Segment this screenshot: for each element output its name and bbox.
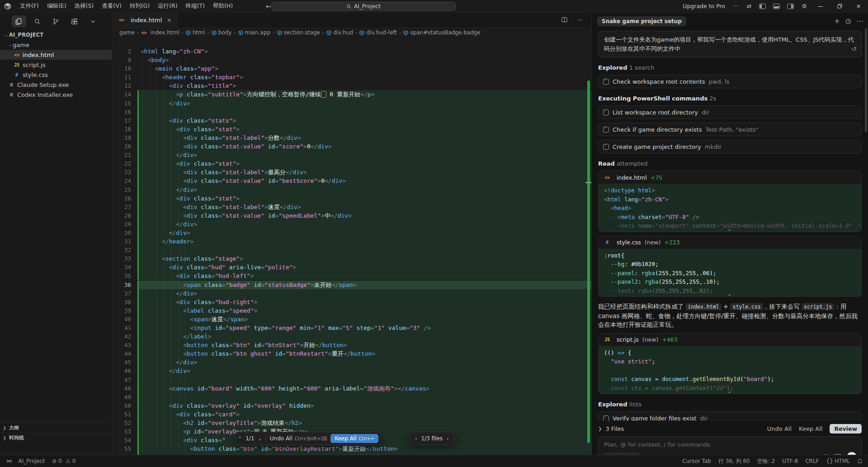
expand-chevron-icon[interactable]: ⌄: [728, 389, 731, 394]
code-line-42[interactable]: 42 </label>: [112, 332, 591, 341]
chat-more-icon[interactable]: ···: [857, 17, 863, 26]
undo-all-button[interactable]: Undo AllCtrl+Shift+⌫: [270, 435, 327, 442]
tool-card[interactable]: Create game project directorymkdir: [598, 140, 862, 153]
window-restore-button[interactable]: [830, 0, 849, 12]
tree-item-Codex-Installer.exe[interactable]: ≡Codex Installer.exe: [0, 90, 112, 100]
keep-all-button[interactable]: Keep AllCtrl+↵: [330, 434, 378, 443]
toggle-panel-icon[interactable]: [773, 4, 780, 9]
code-line-22[interactable]: 22 <div class="stat">: [112, 159, 591, 168]
code-line-46[interactable]: 46 </div>: [112, 367, 591, 375]
code-line-23[interactable]: 23 <div class="stat-label">最高分</div>: [112, 168, 591, 176]
keep-all-link[interactable]: Keep All: [799, 425, 822, 432]
code-line-44[interactable]: 44 <button class="btn ghost" id="btnRest…: [112, 349, 591, 358]
code-line-35[interactable]: 35 <div class="hud-left">: [112, 272, 591, 280]
code-line-55[interactable]: 55 <button class="btn" id="btnOverlayRes…: [112, 444, 591, 453]
menu-V[interactable]: 查看(V): [98, 1, 125, 11]
menu-E[interactable]: 编辑(E): [43, 1, 71, 11]
code-line-49[interactable]: 49: [112, 393, 591, 401]
more-actions-icon[interactable]: ···: [729, 2, 742, 10]
window-close-button[interactable]: ✕: [849, 0, 868, 12]
expand-chevron-icon[interactable]: ⌄: [728, 227, 731, 232]
undo-all-link[interactable]: Undo All: [767, 425, 792, 432]
tool-card[interactable]: Check if game directory existsTest-Path,…: [598, 123, 862, 136]
code-line-15[interactable]: 15 </div>: [112, 99, 591, 108]
code-editor[interactable]: 2<html lang="zh-CN">9 <body>10 <main cla…: [112, 37, 591, 455]
prev-change-icon[interactable]: ⌃: [238, 436, 242, 442]
breadcrumb-item-main-app[interactable]: main.app: [238, 29, 270, 36]
upgrade-to-pro-button[interactable]: Upgrade to Pro: [679, 2, 729, 10]
code-line-52[interactable]: 52 <h2 id="overlayTitle">游戏结束</h2>: [112, 419, 591, 427]
code-line-29[interactable]: 29 </div>: [112, 220, 591, 229]
new-chat-icon[interactable]: +: [834, 17, 840, 25]
search-view-icon[interactable]: [30, 15, 45, 27]
code-line-33[interactable]: 33 <section class="stage">: [112, 254, 591, 263]
status-Cursor-Tab[interactable]: Cursor Tab: [679, 458, 715, 464]
code-line-20[interactable]: 20 <div class="stat-value" id="score">0<…: [112, 142, 591, 151]
code-line-16[interactable]: 16: [112, 108, 591, 116]
status-----2[interactable]: 空格: 2: [754, 457, 779, 465]
split-editor-icon[interactable]: [557, 16, 571, 25]
next-file-icon[interactable]: ›: [447, 436, 448, 442]
status-UTF-8[interactable]: UTF-8: [778, 458, 802, 464]
code-line-40[interactable]: 40 <span>速度</span>: [112, 315, 591, 324]
sync-arrows-icon[interactable]: ⇄: [742, 2, 755, 10]
history-clock-icon[interactable]: [845, 19, 851, 24]
tree-item-script.js[interactable]: JSscript.js: [0, 60, 112, 70]
problems-indicator[interactable]: ⊘0 ⚠0: [48, 458, 79, 464]
scrollbar-marker[interactable]: [585, 182, 591, 183]
file-diff-header[interactable]: <>index.html+75: [599, 171, 861, 184]
next-change-icon[interactable]: ⌄: [258, 436, 262, 442]
outline-section[interactable]: ❯大纲: [0, 423, 112, 433]
toggle-sidebar-icon[interactable]: [759, 4, 766, 9]
code-line-45[interactable]: 45 </div>: [112, 358, 591, 367]
project-name[interactable]: AI_Project: [14, 458, 48, 464]
code-line-11[interactable]: 11 <header class="topbar">: [112, 73, 591, 81]
breadcrumb-item-div-hud[interactable]: div.hud: [326, 29, 353, 36]
nav-back-icon[interactable]: ←: [266, 3, 271, 10]
menu-F[interactable]: 文件(F): [16, 1, 43, 11]
menu-G[interactable]: 转到(G): [126, 1, 154, 11]
review-button[interactable]: Review: [830, 424, 862, 434]
code-line-10[interactable]: 10 <main class="app">: [112, 64, 591, 73]
file-diff-header[interactable]: JSscript.js(new)+463: [599, 334, 861, 346]
code-line-30[interactable]: 30 </div>: [112, 229, 591, 237]
code-line-47[interactable]: 47: [112, 376, 591, 384]
menu-S[interactable]: 选择(S): [71, 1, 98, 11]
file-diff-header[interactable]: #style.css(new)+223: [599, 236, 861, 249]
chat-tab-title[interactable]: Snake game project setup: [597, 16, 686, 26]
tool-card[interactable]: List workspace root directorydir: [598, 105, 862, 119]
code-line-19[interactable]: 19 <div class="stat-label">分数</div>: [112, 133, 591, 142]
code-line-32[interactable]: 32: [112, 246, 591, 254]
toggle-secondary-sidebar-icon[interactable]: [787, 4, 794, 9]
code-line-41[interactable]: 41 <input id="speed" type="range" min="1…: [112, 324, 591, 332]
breadcrumb-item-section-stage[interactable]: section.stage: [277, 29, 320, 36]
remote-indicator[interactable]: ><: [0, 458, 14, 464]
menu-T[interactable]: 终端(T): [182, 1, 209, 11]
extensions-view-icon[interactable]: [67, 15, 82, 27]
breadcrumb-item-body[interactable]: body: [212, 29, 232, 36]
breadcrumb-item-html[interactable]: html: [186, 29, 205, 36]
code-line-38[interactable]: 38 <div class="hud-right">: [112, 298, 591, 306]
expand-chevron-icon[interactable]: ⌄: [728, 291, 731, 296]
views-chevron-icon[interactable]: [86, 15, 100, 27]
code-line-31[interactable]: 31 </header>: [112, 237, 591, 246]
tool-card[interactable]: Verify game folder files existdir: [598, 411, 862, 421]
menu-R[interactable]: 运行(R): [154, 1, 181, 11]
status----HTML[interactable]: {} HTML: [823, 458, 854, 464]
code-line-28[interactable]: 28 <div class="stat-value" id="speedLabe…: [112, 211, 591, 220]
code-line-50[interactable]: 50 <div class="overlay" id="overlay" hid…: [112, 401, 591, 410]
tree-item-index.html[interactable]: <>index.html: [0, 50, 112, 60]
source-control-icon[interactable]: [49, 15, 63, 27]
tree-item-Claude-Setup.exe[interactable]: ≡Claude Setup.exe: [0, 80, 112, 90]
settings-gear-icon[interactable]: ⚙: [797, 2, 811, 10]
menu-H[interactable]: 帮助(H): [209, 1, 237, 11]
code-line-37[interactable]: 37 </div>: [112, 289, 591, 298]
explorer-view-icon[interactable]: [12, 15, 26, 27]
code-line-39[interactable]: 39 <label class="speed">: [112, 306, 591, 315]
tree-item-AI_PROJECT[interactable]: ⌄AI_PROJECT: [0, 30, 112, 40]
files-expand-icon[interactable]: ❯: [598, 426, 602, 431]
restore-checkpoint-icon[interactable]: ↺: [851, 44, 857, 53]
code-line-17[interactable]: 17 <div class="stats">: [112, 116, 591, 125]
window-minimize-button[interactable]: —: [811, 0, 830, 12]
editor-more-actions-icon[interactable]: ···: [573, 16, 587, 24]
